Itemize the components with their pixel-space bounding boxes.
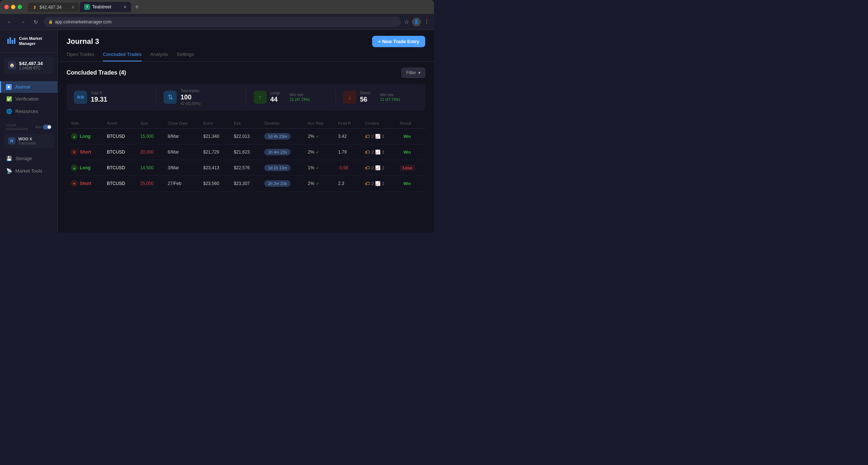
filter-button[interactable]: Filter ▾ (401, 68, 425, 78)
tag-count-1: 2 (371, 150, 374, 154)
journal-label: Journal (15, 84, 30, 90)
bookmark-icon[interactable]: ☆ (404, 18, 409, 25)
exchange-info: WOO X 3 accounts (18, 137, 49, 145)
close-button[interactable] (4, 5, 9, 9)
logo-icon (6, 36, 16, 46)
asset-text-2: BTCUSD (107, 165, 125, 170)
col-close-date: Close Date (163, 118, 199, 129)
cell-asset: BTCUSD (102, 176, 136, 192)
tab1-label: $42,487.34 (40, 5, 61, 10)
duration-badge-0: 1d 4h 23m (264, 133, 291, 140)
back-button[interactable]: ← (4, 17, 15, 27)
sidebar-item-resources[interactable]: 🌐 Resources (0, 105, 57, 118)
sidebar-item-storage[interactable]: 💾 Storage (0, 152, 57, 165)
cell-acc-risk: 1% ✓ (303, 160, 334, 176)
fav-toggle[interactable]: FAV (35, 125, 52, 129)
tab-1[interactable]: ₿ $42,487.34 ✕ (28, 3, 79, 12)
maximize-button[interactable] (18, 5, 22, 9)
chart-icon-2: 📈 (375, 165, 381, 170)
cell-exit: $21,623 (229, 144, 260, 160)
sidebar-item-verification[interactable]: ✅ Verification (0, 93, 57, 105)
cell-exit: $22,576 (229, 160, 260, 176)
result-badge-3: Win (400, 180, 415, 187)
verification-icon: ✅ (6, 96, 12, 102)
fav-toggle-switch[interactable] (43, 125, 52, 129)
stat-rr: R:R Total R 19.31 (74, 89, 149, 106)
chart-count-1: 2 (382, 150, 384, 154)
forward-button[interactable]: → (18, 17, 28, 27)
risk-cell-1: 2% ✓ (308, 150, 329, 155)
stat-trades: ⇅ Total trades 100 42 (42.00%) (164, 89, 238, 106)
cell-side: ▲ Long (67, 160, 102, 176)
lock-icon: 🔒 (48, 20, 53, 24)
risk-value-1: 2% (308, 150, 314, 155)
trades-info: Total trades 100 42 (42.00%) (180, 89, 200, 106)
cell-acc-risk: 2% ✓ (303, 129, 334, 144)
browser-titlebar: ₿ $42,487.34 ✕ T Tealstreet ✕ + (0, 0, 434, 14)
col-content: Content (360, 118, 396, 129)
shorts-label: Shorts (360, 91, 371, 95)
tab-settings[interactable]: Settings (177, 52, 194, 61)
duration-badge-3: 2h 2m 23s (264, 180, 290, 187)
cell-exit: $22,013 (229, 129, 260, 144)
cell-side: ▼ Short (67, 176, 102, 192)
cell-final-r: 1.79 (334, 144, 360, 160)
refresh-button[interactable]: ↻ (31, 17, 41, 27)
side-label-3: Short (80, 181, 91, 186)
col-entry: Entry (199, 118, 229, 129)
tab2-close-icon[interactable]: ✕ (123, 5, 127, 10)
filter-label: Filter (406, 70, 416, 75)
tab-concluded-trades[interactable]: Concluded Trades (103, 52, 142, 61)
col-size: Size (136, 118, 163, 129)
rr-info: Total R 19.31 (91, 91, 107, 103)
size-text-0: 15,000 (140, 134, 154, 139)
table-row[interactable]: ▼ Short BTCUSD 20,000 6/Mar $21,729 $21,… (67, 144, 425, 160)
sidebar-item-journal[interactable]: 📋 Journal (0, 81, 57, 93)
trades-value: 100 (180, 94, 200, 101)
shorts-icon: ↓ (343, 91, 356, 104)
shorts-winrate-info: Win rate 21 (47.73%) (380, 93, 400, 102)
longs-icon: ↑ (254, 91, 267, 104)
journal-icon: 📋 (6, 84, 12, 90)
cell-result: Win (396, 176, 425, 192)
stat-longs: ↑ Longs 44 Win rate 21 (47.73%) (254, 89, 328, 106)
tag-count-0: 2 (371, 134, 374, 139)
sidebar-exchange-woox[interactable]: W WOO X 3 accounts (4, 134, 54, 148)
tab-2[interactable]: T Tealstreet ✕ (80, 2, 131, 12)
sidebar-item-market-tools[interactable]: 📡 Market Tools (0, 165, 57, 177)
storage-label: Storage (15, 156, 32, 161)
size-text-3: 25,000 (140, 181, 154, 186)
table-row[interactable]: ▼ Short BTCUSD 25,000 27/Feb $23,560 $23… (67, 176, 425, 192)
new-tab-button[interactable]: + (132, 2, 142, 12)
duration-badge-2: 1d 1h 13m (264, 165, 291, 171)
tab1-close-icon[interactable]: ✕ (71, 5, 75, 10)
table-header-row: Side Asset Size Close Date Entry Exit Du… (67, 118, 425, 129)
sidebar-balance[interactable]: 🏠 $42,487.34 1.24939 BTC (4, 57, 54, 74)
exchanges-section-header: YOUR EXCHANGES FAV (0, 121, 57, 132)
new-trade-button[interactable]: + New Trade Entry (372, 36, 425, 47)
svg-rect-0 (7, 39, 9, 44)
check-icon-1: ✓ (316, 150, 319, 155)
table-row[interactable]: ▲ Long BTCUSD 15,000 8/Mar $21,340 $22,0… (67, 129, 425, 144)
profile-icon[interactable]: 👤 (412, 18, 421, 26)
tab2-label: Tealstreet (92, 4, 111, 10)
tab-open-trades[interactable]: Open Trades (67, 52, 94, 61)
side-label-0: Long (80, 134, 90, 139)
address-bar[interactable]: 🔒 app.coinmarketmanager.com (44, 17, 401, 27)
minimize-button[interactable] (11, 5, 15, 9)
risk-value-0: 2% (308, 134, 314, 139)
menu-icon[interactable]: ⋮ (424, 18, 430, 25)
balance-info: $42,487.34 1.24939 BTC (19, 61, 49, 70)
logo-text: Coin Market Manager (19, 36, 42, 46)
asset-text-0: BTCUSD (107, 134, 125, 139)
cell-content: 🏷 2 📈 2 (360, 144, 396, 160)
risk-cell-0: 2% ✓ (308, 134, 329, 139)
divider-1 (156, 89, 156, 106)
exchanges-label: YOUR EXCHANGES (6, 124, 35, 131)
cell-result: Win (396, 144, 425, 160)
tab-analysis[interactable]: Analysis (150, 52, 168, 61)
stat-shorts: ↓ Shorts 56 Win rate 21 (47.73%) (343, 89, 418, 106)
table-row[interactable]: ▲ Long BTCUSD 14,500 3/Mar $23,413 $22,5… (67, 160, 425, 176)
result-badge-1: Win (400, 149, 415, 155)
side-label-1: Short (80, 150, 91, 155)
